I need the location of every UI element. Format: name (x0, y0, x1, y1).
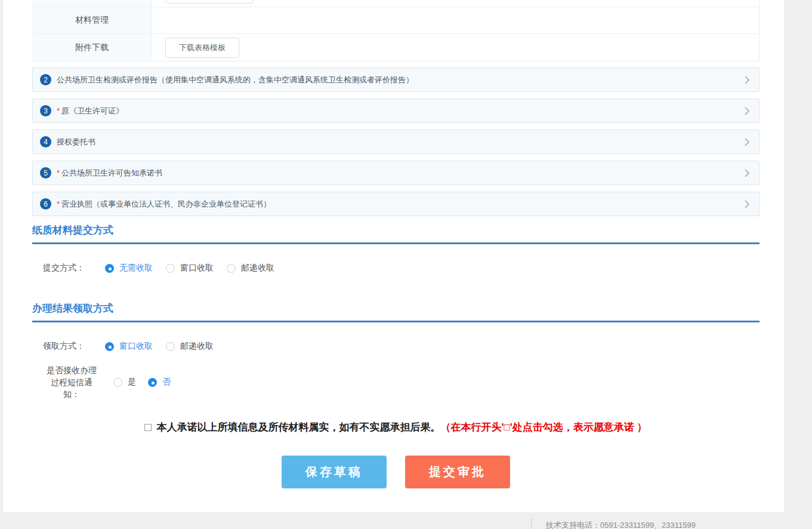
radio-selected-icon (148, 378, 157, 387)
section-paper-submission: 纸质材料提交方式 (32, 223, 759, 244)
submit-approval-button[interactable]: 提交审批 (405, 456, 510, 488)
submission-method-row: 提交方式： 无需收取 窗口收取 邮递收取 (32, 263, 288, 273)
save-draft-button[interactable]: 保存草稿 (282, 456, 387, 488)
accordion-item-6[interactable]: 6 * 营业执照（或事业单位法人证书、民办非企业单位登记证书） (32, 192, 759, 216)
radio-unselected-icon (227, 264, 236, 273)
radio-window-collection[interactable]: 窗口收取 (166, 263, 214, 273)
radio-mail-pickup[interactable]: 邮递收取 (166, 341, 214, 352)
number-badge: 5 (40, 167, 51, 179)
radio-selected-icon (105, 264, 114, 273)
accordion-item-4[interactable]: 4 授权委托书 (32, 130, 759, 154)
number-badge: 4 (40, 136, 51, 147)
clipped-button[interactable] (165, 0, 254, 4)
sms-notify-options: 是 否 (104, 377, 183, 387)
accordion-item-label: 营业执照（或事业单位法人证书、民办非企业单位登记证书） (61, 199, 271, 210)
chevron-right-icon (745, 200, 749, 208)
chevron-right-icon (745, 169, 749, 177)
section-title: 纸质材料提交方式 (32, 224, 113, 236)
sms-notify-label: 是否接收办理过程短信通知： (47, 364, 97, 400)
radio-no-collection[interactable]: 无需收取 (105, 263, 153, 273)
radio-sms-yes[interactable]: 是 (113, 377, 136, 387)
table-row-clipped (32, 0, 759, 7)
radio-unselected-icon (166, 264, 175, 273)
number-badge: 3 (40, 105, 51, 116)
download-template-button[interactable]: 下载表格模板 (165, 38, 239, 58)
agreement-hint-red: （在本行开头'□'处点击勾选，表示愿意承诺 ） (440, 422, 647, 433)
agreement-row: 本人承诺以上所填信息及所传材料属实，如有不实愿承担后果。（在本行开头'□'处点击… (32, 420, 759, 434)
pickup-method-row: 领取方式： 窗口收取 邮递收取 (32, 341, 227, 352)
radio-selected-icon (105, 342, 114, 351)
table-row: 附件下载 下载表格模板 (32, 34, 759, 61)
accordion-item-3[interactable]: 3 * 原《卫生许可证》 (32, 99, 759, 123)
required-asterisk: * (57, 106, 60, 115)
accordion-item-5[interactable]: 5 * 公共场所卫生许可告知承诺书 (32, 161, 759, 185)
material-info-table: 材料管理 附件下载 下载表格模板 (32, 0, 759, 61)
table-row: 材料管理 (32, 7, 759, 34)
attachment-download-label: 附件下载 (32, 34, 152, 61)
required-asterisk: * (57, 199, 60, 208)
chevron-right-icon (745, 138, 749, 146)
accordion-item-label: 原《卫生许可证》 (61, 106, 124, 116)
content-card: 材料管理 附件下载 下载表格模板 2 公共场所卫生检测或评价报告（使用集中空调通… (3, 0, 784, 512)
material-manage-label: 材料管理 (32, 7, 152, 33)
section-result-pickup: 办理结果领取方式 (32, 302, 759, 322)
chevron-right-icon (745, 107, 749, 115)
accordion-item-2[interactable]: 2 公共场所卫生检测或评价报告（使用集中空调通风系统的，含集中空调通风系统卫生检… (32, 67, 759, 92)
radio-window-pickup[interactable]: 窗口收取 (105, 341, 153, 352)
footer-divider (531, 518, 532, 529)
pickup-method-label: 领取方式： (43, 341, 105, 352)
material-accordion: 2 公共场所卫生检测或评价报告（使用集中空调通风系统的，含集中空调通风系统卫生检… (32, 67, 759, 223)
radio-unselected-icon (113, 378, 122, 387)
radio-unselected-icon (166, 342, 175, 351)
page-footer: 技术支持电话：0591-23311599、23311599 (0, 512, 812, 529)
action-buttons: 保存草稿 提交审批 (32, 456, 759, 488)
material-manage-value (152, 7, 759, 33)
radio-mail-collection[interactable]: 邮递收取 (227, 263, 274, 273)
accordion-item-label: 公共场所卫生检测或评价报告（使用集中空调通风系统的，含集中空调通风系统卫生检测或… (57, 75, 413, 85)
required-asterisk: * (57, 168, 60, 177)
accordion-item-label: 公共场所卫生许可告知承诺书 (61, 168, 162, 179)
chevron-right-icon (745, 76, 749, 84)
number-badge: 6 (40, 198, 51, 210)
agreement-text: 本人承诺以上所填信息及所传材料属实，如有不实愿承担后果。（在本行开头'□'处点击… (156, 420, 647, 434)
section-title: 办理结果领取方式 (32, 303, 113, 314)
support-phone-text: 技术支持电话：0591-23311599、23311599 (546, 521, 696, 529)
accordion-item-label: 授权委托书 (57, 137, 95, 147)
number-badge: 2 (40, 74, 51, 85)
agreement-checkbox[interactable] (144, 424, 152, 431)
submission-method-label: 提交方式： (43, 263, 105, 273)
radio-sms-no[interactable]: 否 (148, 377, 171, 387)
